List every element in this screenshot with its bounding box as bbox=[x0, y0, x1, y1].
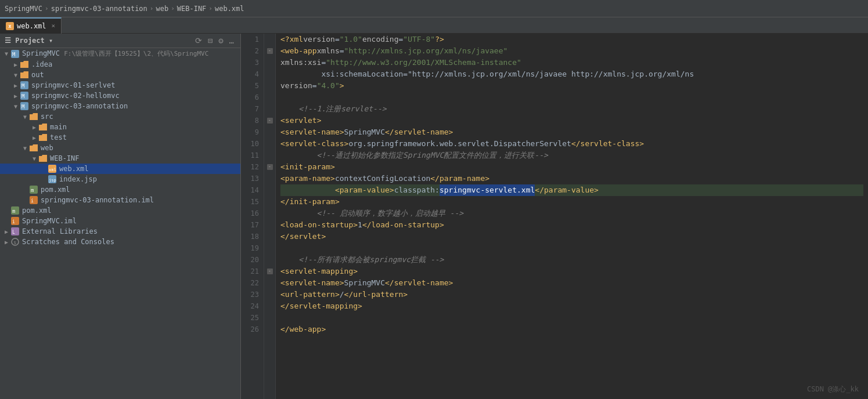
tree-arrow-scratches: ▶ bbox=[2, 239, 10, 245]
comment-text: <!--1.注册servlet--> bbox=[280, 103, 387, 115]
tree-item-main[interactable]: ▶main bbox=[0, 122, 240, 132]
svg-text:M: M bbox=[21, 83, 25, 89]
line-number-13: 13 bbox=[246, 173, 259, 184]
sync-icon[interactable]: ⟳ bbox=[193, 36, 204, 45]
tree-icon-xml: xml bbox=[48, 165, 57, 173]
tree-item-springmvc-01-serlvet[interactable]: ▶Mspringmvc-01-serlvet bbox=[0, 80, 240, 90]
line-number-21: 21 bbox=[246, 266, 259, 277]
code-line-10: <servlet-class>org.springframework.web.s… bbox=[280, 138, 863, 150]
code-line-26: </web-app> bbox=[280, 324, 863, 335]
line-number-3: 3 bbox=[246, 57, 259, 68]
tree-item-springmvc-03-annotation[interactable]: ▼Mspringmvc-03-annotation bbox=[0, 101, 240, 111]
gutter-cell-3 bbox=[264, 57, 275, 68]
tree-item-idea[interactable]: ▶.idea bbox=[0, 59, 240, 70]
editor[interactable]: 1234567891011121314151617181920212223242… bbox=[241, 34, 868, 399]
tree-item-index.jsp[interactable]: jspindex.jsp bbox=[0, 174, 240, 184]
line-number-25: 25 bbox=[246, 312, 259, 324]
code-line-8: <servlet> bbox=[280, 115, 863, 126]
breadcrumb-file[interactable]: web.xml bbox=[215, 5, 244, 13]
more-icon[interactable]: … bbox=[228, 36, 236, 45]
tree-item-web.xml[interactable]: xmlweb.xml bbox=[0, 164, 240, 174]
gutter-cell-16 bbox=[264, 208, 275, 219]
breadcrumb-dir1[interactable]: web bbox=[156, 5, 168, 13]
tree-arrow-springmvc-02-hellomvc: ▶ bbox=[12, 93, 20, 99]
svg-text:m: m bbox=[31, 187, 34, 193]
tree-arrow-main: ▶ bbox=[30, 124, 38, 130]
settings-icon[interactable]: ⚙ bbox=[217, 36, 225, 45]
line-number-17: 17 bbox=[246, 219, 259, 231]
collapse-icon[interactable]: ⊟ bbox=[206, 36, 214, 45]
line-number-2: 2 bbox=[246, 45, 259, 57]
tree-item-springmvc-iml[interactable]: iSpringMVC.iml bbox=[0, 216, 240, 226]
tree-arrow-external-libs: ▶ bbox=[2, 228, 10, 235]
code-line-2: <web-app xmlns="http://xmlns.jcp.org/xml… bbox=[280, 45, 863, 57]
line-number-15: 15 bbox=[246, 196, 259, 208]
line-numbers: 1234567891011121314151617181920212223242… bbox=[241, 34, 264, 399]
tree-item-WEB-INF[interactable]: ▼WEB-INF bbox=[0, 153, 240, 164]
line-number-1: 1 bbox=[246, 34, 259, 45]
tree-item-pom-m[interactable]: mpom.xml bbox=[0, 184, 240, 195]
code-line-5: version="4.0"> bbox=[280, 80, 863, 92]
tree-item-springmvc-root[interactable]: ▼MSpringMVC F:\级管理\西开【19525】\2、代码\Spring… bbox=[0, 48, 240, 59]
gutter-cell-5 bbox=[264, 80, 275, 92]
svg-text:s: s bbox=[13, 240, 16, 245]
tree-label-external-libs: External Libraries bbox=[22, 227, 98, 235]
tree-item-test[interactable]: ▶test bbox=[0, 132, 240, 143]
gutter-cell-24 bbox=[264, 300, 275, 312]
tree-item-external-libs[interactable]: ▶LExternal Libraries bbox=[0, 226, 240, 237]
tab-close-button[interactable]: × bbox=[52, 22, 56, 30]
tree-label-main: main bbox=[50, 123, 67, 131]
tree-icon-folder bbox=[38, 133, 48, 142]
tree-label-springmvc-root: SpringMVC F:\级管理\西开【19525】\2、代码\SpringMV… bbox=[22, 49, 208, 58]
code-line-7: <!--1.注册servlet--> bbox=[280, 103, 863, 115]
xml-tab-icon: x bbox=[6, 22, 14, 30]
tree-icon-module: M bbox=[10, 50, 20, 58]
breadcrumb-dir2[interactable]: WEB-INF bbox=[177, 5, 207, 13]
line-number-16: 16 bbox=[246, 208, 259, 219]
tree-item-springmvc-03-iml[interactable]: ispringmvc-03-annotation.iml bbox=[0, 195, 240, 205]
svg-text:i: i bbox=[12, 219, 15, 224]
code-content[interactable]: <?xml version="1.0" encoding="UTF-8"?><w… bbox=[276, 34, 868, 399]
gutter-cell-7 bbox=[264, 103, 275, 115]
tree-icon-module: M bbox=[20, 92, 29, 100]
tree-label-pom-root: pom.xml bbox=[22, 206, 52, 215]
tree-icon-iml: i bbox=[29, 196, 38, 204]
line-number-10: 10 bbox=[246, 138, 259, 150]
breadcrumb-module[interactable]: springmvc-03-annotation bbox=[51, 5, 147, 13]
title-bar: SpringMVC › springmvc-03-annotation › we… bbox=[0, 0, 868, 17]
line-number-26: 26 bbox=[246, 324, 259, 335]
code-line-23: <url-pattern>/</url-pattern> bbox=[280, 289, 863, 300]
sidebar-header: ☰ Project ▾ ⟳ ⊟ ⚙ … bbox=[0, 34, 240, 48]
tree-arrow-src: ▼ bbox=[21, 114, 29, 120]
code-line-24: </servlet-mapping> bbox=[280, 300, 863, 312]
gutter-cell-1 bbox=[264, 34, 275, 45]
comment-text: <!--所有请求都会被springmvc拦截 --> bbox=[280, 254, 444, 266]
tree-item-web[interactable]: ▼web bbox=[0, 143, 240, 153]
tree-icon-module: M bbox=[20, 81, 29, 89]
tree-icon-libs: L bbox=[10, 227, 20, 235]
breadcrumb-project[interactable]: SpringMVC bbox=[5, 5, 42, 13]
tree-arrow-WEB-INF: ▼ bbox=[30, 155, 38, 162]
tree-item-pom-root[interactable]: mpom.xml bbox=[0, 205, 240, 216]
tree-arrow-web: ▼ bbox=[21, 145, 29, 151]
svg-text:i: i bbox=[31, 198, 34, 204]
svg-text:M: M bbox=[21, 93, 25, 99]
tree-item-out[interactable]: ▼out bbox=[0, 70, 240, 80]
tree-label-idea: .idea bbox=[31, 60, 52, 68]
tree-arrow-out: ▼ bbox=[12, 72, 20, 78]
line-number-18: 18 bbox=[246, 231, 259, 242]
line-number-20: 20 bbox=[246, 254, 259, 266]
tree-item-src[interactable]: ▼src bbox=[0, 111, 240, 122]
gutter-cell-10 bbox=[264, 138, 275, 150]
tree-item-scratches[interactable]: ▶sScratches and Consoles bbox=[0, 237, 240, 247]
tree-item-springmvc-02-hellomvc[interactable]: ▶Mspringmvc-02-hellomvc bbox=[0, 90, 240, 101]
gutter-cell-11 bbox=[264, 150, 275, 161]
line-number-14: 14 bbox=[246, 184, 259, 196]
tree-icon-iml: i bbox=[10, 217, 20, 225]
gutter-cell-15 bbox=[264, 196, 275, 208]
tree-icon-folder bbox=[20, 60, 29, 68]
svg-text:xml: xml bbox=[49, 168, 56, 172]
tab-web-xml[interactable]: x web.xml × bbox=[0, 17, 62, 34]
svg-text:M: M bbox=[12, 52, 16, 57]
sidebar: ☰ Project ▾ ⟳ ⊟ ⚙ … ▼MSpringMVC F:\级管理\西… bbox=[0, 34, 241, 399]
